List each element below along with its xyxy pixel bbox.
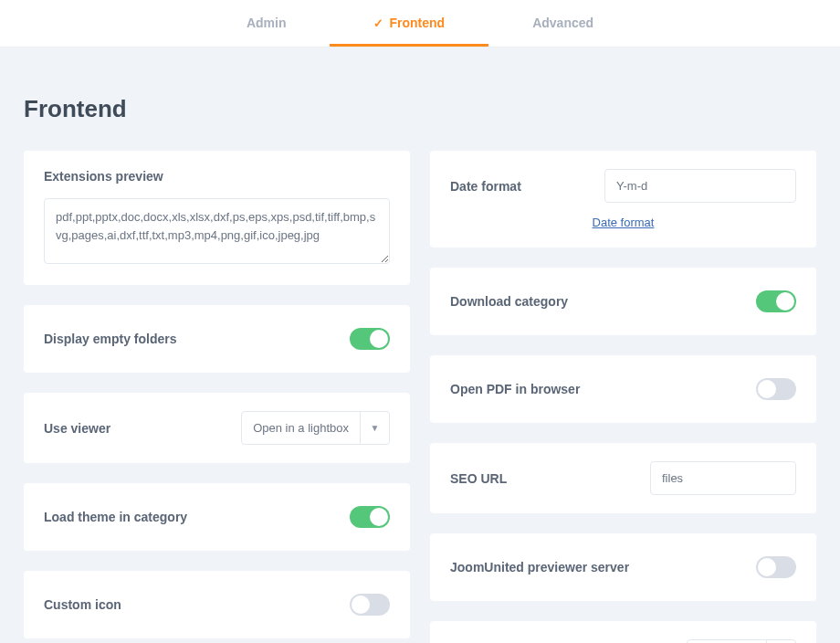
right-column: Date format Date format Download categor… xyxy=(430,151,816,643)
card-pagination: Pagination number 10 ▼ xyxy=(430,621,816,643)
card-load-theme: Load theme in category xyxy=(24,483,410,551)
seo-url-input[interactable] xyxy=(650,461,796,495)
settings-grid: Extensions preview Display empty folders… xyxy=(24,151,816,643)
extensions-preview-label: Extensions preview xyxy=(44,169,390,184)
tab-advanced[interactable]: Advanced xyxy=(488,0,637,47)
tab-frontend[interactable]: ✓ Frontend xyxy=(330,0,488,47)
use-viewer-value: Open in a lightbox xyxy=(242,412,360,444)
use-viewer-label: Use viewer xyxy=(44,421,110,436)
card-date-format: Date format Date format xyxy=(430,151,816,248)
card-joomunited: JoomUnited previewer server xyxy=(430,533,816,601)
card-extensions-preview: Extensions preview xyxy=(24,151,410,285)
left-column: Extensions preview Display empty folders… xyxy=(24,151,410,643)
open-pdf-label: Open PDF in browser xyxy=(450,382,580,396)
open-pdf-toggle[interactable] xyxy=(756,378,796,400)
check-icon: ✓ xyxy=(373,17,383,29)
display-empty-folders-label: Display empty folders xyxy=(44,332,177,346)
page-body: Frontend Extensions preview Display empt… xyxy=(0,47,840,643)
card-download-category: Download category xyxy=(430,268,816,335)
download-category-label: Download category xyxy=(450,294,568,309)
joomunited-toggle[interactable] xyxy=(756,556,796,578)
display-empty-folders-toggle[interactable] xyxy=(350,328,390,350)
use-viewer-select[interactable]: Open in a lightbox ▼ xyxy=(241,411,390,445)
date-format-label: Date format xyxy=(450,179,521,194)
card-use-viewer: Use viewer Open in a lightbox ▼ xyxy=(24,393,410,463)
card-open-pdf: Open PDF in browser xyxy=(430,355,816,423)
date-format-link[interactable]: Date format xyxy=(450,216,796,229)
download-category-toggle[interactable] xyxy=(756,290,796,312)
extensions-preview-input[interactable] xyxy=(44,198,390,264)
tab-admin-label: Admin xyxy=(247,16,287,30)
load-theme-label: Load theme in category xyxy=(44,510,187,524)
card-custom-icon: Custom icon xyxy=(24,571,410,638)
tab-bar: Admin ✓ Frontend Advanced xyxy=(0,0,840,47)
custom-icon-toggle[interactable] xyxy=(350,594,390,616)
tab-admin[interactable]: Admin xyxy=(203,0,331,47)
page-title: Frontend xyxy=(24,95,816,123)
card-display-empty-folders: Display empty folders xyxy=(24,305,410,373)
date-format-input[interactable] xyxy=(604,169,796,203)
seo-url-label: SEO URL xyxy=(450,471,507,486)
card-seo-url: SEO URL xyxy=(430,443,816,513)
load-theme-toggle[interactable] xyxy=(350,506,390,528)
custom-icon-label: Custom icon xyxy=(44,597,121,612)
pagination-select[interactable]: 10 ▼ xyxy=(687,639,796,643)
tab-advanced-label: Advanced xyxy=(532,16,593,30)
chevron-down-icon: ▼ xyxy=(360,412,389,444)
tab-frontend-label: Frontend xyxy=(389,16,445,30)
joomunited-label: JoomUnited previewer server xyxy=(450,560,629,574)
